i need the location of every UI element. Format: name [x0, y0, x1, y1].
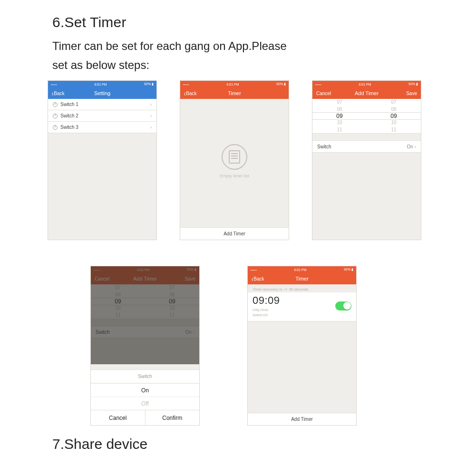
screenshot-timer-empty: 6:01 PM 92% ‹Back Timer Empty timer list…: [180, 80, 289, 240]
save-button[interactable]: Save: [395, 91, 417, 96]
section6-heading: 6.Set Timer: [0, 0, 476, 35]
sheet-cancel-button[interactable]: Cancel: [91, 410, 145, 425]
status-time: 6:01 PM: [94, 83, 107, 86]
power-icon: [53, 114, 58, 118]
nav-title: Setting: [94, 90, 110, 96]
battery-icon: 92%: [276, 82, 286, 86]
add-timer-button[interactable]: Add Timer: [180, 227, 289, 240]
signal-icon: [183, 83, 189, 86]
battery-icon: 92%: [187, 268, 196, 272]
nav-title: Timer: [295, 276, 309, 282]
empty-list-icon: [222, 144, 247, 170]
navbar: ‹Back Setting: [48, 87, 156, 99]
cancel-button[interactable]: Cancel: [95, 276, 117, 282]
chevron-right-icon: ›: [415, 144, 416, 149]
status-time: 6:01 PM: [226, 83, 239, 86]
nav-title: Timer: [228, 90, 241, 96]
navbar: ‹Back Timer: [180, 87, 289, 99]
power-icon: [53, 125, 58, 130]
switch-label: Switch: [317, 144, 331, 149]
sheet-title: Switch: [91, 370, 199, 383]
status-time: 6:01 PM: [359, 83, 371, 86]
status-bar: 6:01 PM 92%: [312, 81, 421, 87]
signal-icon: [315, 83, 321, 86]
status-bar: 6:01 PM 92%: [248, 266, 356, 273]
status-bar: 6:01 PM 92%: [48, 81, 156, 87]
signal-icon: [251, 268, 257, 272]
accuracy-hint: Timer accuracy is -/+ 30 seconds: [248, 284, 356, 292]
time-picker[interactable]: 07 08 09 10 11 07 08 09 10 11: [312, 99, 421, 134]
timer-toggle[interactable]: [335, 301, 351, 311]
action-sheet: Switch On Off Cancel Confirm: [91, 369, 199, 425]
time-picker: 07 08 09 10 11 07 08 09 10 11: [91, 284, 199, 319]
section6-desc-line1: Timer can be set for each gang on App.Pl…: [0, 35, 371, 54]
screenshot-add-timer: 6:01 PM 92% Cancel Add Timer Save 07 08 …: [312, 80, 421, 240]
list-item[interactable]: Switch 3 ›: [48, 122, 156, 133]
status-bar: 6:01 PM 92%: [180, 81, 289, 87]
timer-card[interactable]: 09:09 Only Once Switch:On: [248, 292, 356, 321]
back-button[interactable]: ‹Back: [184, 91, 206, 96]
signal-icon: [51, 83, 57, 86]
switch-label: Switch 2: [60, 113, 78, 118]
back-button[interactable]: ‹Back: [52, 91, 74, 96]
screenshot-timer-list: 6:01 PM 92% ‹Back Timer Timer accuracy i…: [247, 266, 357, 426]
cancel-button[interactable]: Cancel: [316, 91, 338, 96]
screenshot-setting: 6:01 PM 92% ‹Back Setting Switch 1 › Swi…: [48, 80, 157, 240]
sheet-option-off[interactable]: Off: [91, 397, 199, 410]
battery-icon: 92%: [144, 82, 154, 86]
switch-label: Switch 1: [60, 102, 78, 107]
navbar: Cancel Add Timer Save: [312, 87, 421, 99]
switch-value: On: [407, 144, 413, 149]
chevron-right-icon: ›: [150, 125, 152, 130]
power-icon: [53, 102, 58, 107]
list-item[interactable]: Switch 2 ›: [48, 110, 156, 122]
back-button[interactable]: ‹Back: [252, 276, 273, 282]
status-bar: 6:01 PM 92%: [91, 266, 199, 273]
sheet-confirm-button[interactable]: Confirm: [145, 410, 200, 425]
screenshot-switch-sheet: 6:01 PM 92% Cancel Add Timer Save 07 08 …: [90, 266, 200, 426]
navbar: Cancel Add Timer Save: [91, 273, 199, 284]
nav-title: Add Timer: [355, 90, 379, 96]
status-time: 6:01 PM: [137, 268, 149, 272]
section6-desc-line2: set as below steps:: [0, 54, 371, 73]
add-timer-button[interactable]: Add Timer: [248, 413, 356, 425]
timer-time: 09:09: [253, 294, 280, 307]
empty-label: Empty timer list: [220, 174, 249, 178]
chevron-right-icon: ›: [150, 113, 152, 118]
switch-row: Switch On ›: [91, 326, 199, 338]
list-item[interactable]: Switch 1 ›: [48, 99, 156, 110]
save-button[interactable]: Save: [174, 276, 195, 282]
battery-icon: 92%: [344, 268, 353, 272]
status-time: 6:01 PM: [294, 268, 306, 272]
switch-label: Switch 3: [60, 125, 78, 130]
nav-title: Add Timer: [133, 276, 157, 282]
section7-heading: 7.Share device: [0, 426, 476, 452]
timer-action: Switch:On: [253, 313, 280, 317]
sheet-option-on[interactable]: On: [91, 383, 199, 397]
timer-repeat: Only Once: [253, 308, 280, 312]
signal-icon: [94, 268, 100, 272]
battery-icon: 92%: [408, 82, 418, 86]
switch-row[interactable]: Switch On ›: [312, 140, 421, 153]
navbar: ‹Back Timer: [248, 273, 356, 284]
chevron-right-icon: ›: [150, 102, 152, 107]
